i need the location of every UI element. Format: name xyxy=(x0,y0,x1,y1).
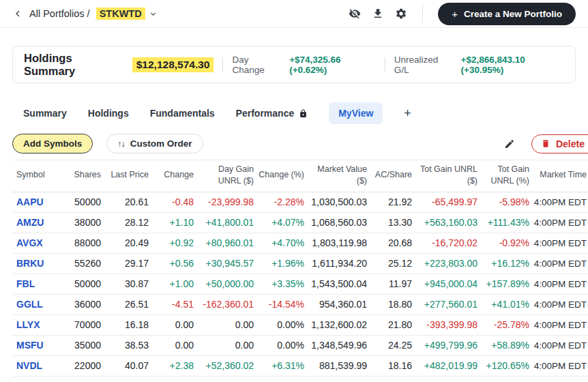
chevron-left-icon xyxy=(12,8,23,19)
cell: 24.25 xyxy=(368,335,413,355)
cell: -0.92% xyxy=(479,233,531,253)
download-icon xyxy=(372,8,384,20)
chevron-down-icon xyxy=(149,10,158,18)
cell: +482,019.99 xyxy=(413,355,479,376)
symbol-link[interactable]: AAPU xyxy=(12,192,60,212)
cell: 4:00PM EDT xyxy=(531,274,588,294)
create-portfolio-label: Create a New Portfolio xyxy=(464,9,562,19)
cell: 0.00% xyxy=(255,314,306,335)
table-row: GGLL3600026.51-4.51-162,360.01-14.54%954… xyxy=(12,294,588,314)
cell: +945,000.04 xyxy=(413,274,479,294)
cell: +87.52% xyxy=(479,376,531,382)
cell: 0.00 xyxy=(195,335,255,355)
cell: +6.31% xyxy=(255,355,306,376)
cell: 11.97 xyxy=(368,274,413,294)
table-row: NVDL2200040.07+2.38+52,360.02+6.31%881,5… xyxy=(12,355,588,376)
holdings-table-body: AAPU5000020.61-0.48-23,999.98-2.28%1,030… xyxy=(12,192,588,382)
symbol-link[interactable]: TSLL xyxy=(12,376,60,382)
symbol-link[interactable]: BRKU xyxy=(12,253,60,274)
tab-myview[interactable]: MyView xyxy=(329,102,383,124)
symbol-link[interactable]: AVGX xyxy=(12,233,60,253)
symbol-link[interactable]: NVDL xyxy=(12,355,60,376)
cell: 25.12 xyxy=(368,253,413,274)
cell: +0.56 xyxy=(150,253,195,274)
symbol-link[interactable]: AMZU xyxy=(12,212,60,233)
column-header-change[interactable]: Change (%) xyxy=(255,160,306,192)
cell: -2.28% xyxy=(255,192,306,212)
trash-icon xyxy=(541,138,550,149)
pencil-icon xyxy=(504,138,515,149)
cell: -5.98% xyxy=(479,192,531,212)
cell: 5.21 xyxy=(368,376,413,382)
add-tab-button[interactable]: + xyxy=(404,106,411,121)
cell: 1,030,500.03 xyxy=(306,192,368,212)
tab-summary[interactable]: Summary xyxy=(23,108,67,119)
cell: 35000 xyxy=(60,335,102,355)
cell: +2.38 xyxy=(150,355,195,376)
cell: +41,800.01 xyxy=(195,212,255,233)
download-button[interactable] xyxy=(372,8,384,20)
tab-performance[interactable]: Performance xyxy=(236,108,308,119)
table-toolbar: Add Symbols ↑↓ Custom Order Delete xyxy=(12,134,588,153)
symbol-link[interactable]: FBL xyxy=(12,274,60,294)
column-header-ac-share[interactable]: AC/Share xyxy=(368,160,413,192)
cell: 36000 xyxy=(60,294,102,314)
create-portfolio-button[interactable]: + Create a New Portfolio xyxy=(438,3,576,25)
hide-values-button[interactable] xyxy=(349,8,361,20)
column-header-shares[interactable]: Shares xyxy=(60,160,102,192)
edit-button[interactable] xyxy=(504,138,515,149)
delete-button[interactable]: Delete xyxy=(531,134,588,153)
column-header-market-time[interactable]: Market Time xyxy=(531,160,588,192)
portfolio-selector[interactable]: STKWTD xyxy=(96,8,158,20)
column-header-market-value[interactable]: Market Value ($) xyxy=(306,160,368,192)
symbol-link[interactable]: GGLL xyxy=(12,294,60,314)
toolbar-right: Delete xyxy=(504,134,588,153)
cell: 4:00PM EDT xyxy=(531,212,588,233)
cell: 4:00PM EDT xyxy=(531,233,588,253)
cell: -393,399.98 xyxy=(413,314,479,335)
cell: 0.00 xyxy=(195,314,255,335)
tab-label: Summary xyxy=(23,108,67,119)
column-header-day-gain-unrl[interactable]: Day Gain UNRL ($) xyxy=(195,160,255,192)
cell: 20.68 xyxy=(368,233,413,253)
column-header-tot-gain-unrl[interactable]: Tot Gain UNRL (%) xyxy=(479,160,531,192)
cell: +111.43% xyxy=(479,212,531,233)
cell: 1,132,600.02 xyxy=(306,314,368,335)
eye-off-icon xyxy=(349,8,361,20)
cell: 1,348,549.96 xyxy=(306,335,368,355)
cell: 88000 xyxy=(60,233,102,253)
topbar-actions: + Create a New Portfolio xyxy=(349,3,576,25)
top-bar: All Portfolios / STKWTD + Create a New P… xyxy=(0,0,588,28)
table-row: AMZU3800028.12+1.10+41,800.01+4.07%1,068… xyxy=(12,212,588,233)
column-header-tot-gain-unrl[interactable]: Tot Gain UNRL ($) xyxy=(413,160,479,192)
cell: +563,160.03 xyxy=(413,212,479,233)
back-button[interactable] xyxy=(12,8,23,19)
cell: 38000 xyxy=(60,212,102,233)
cell: 752,290.04 xyxy=(306,376,368,382)
cell: 40.07 xyxy=(102,355,150,376)
tab-holdings[interactable]: Holdings xyxy=(88,108,129,119)
cell: 1,068,560.03 xyxy=(306,212,368,233)
cell: +1.10 xyxy=(150,212,195,233)
cell: +80,960.01 xyxy=(195,233,255,253)
cell: 0.00% xyxy=(255,335,306,355)
tab-fundamentals[interactable]: Fundamentals xyxy=(150,108,215,119)
breadcrumb-all-portfolios[interactable]: All Portfolios / xyxy=(29,8,90,19)
column-header-symbol[interactable]: Symbol xyxy=(12,160,60,192)
column-header-last-price[interactable]: Last Price xyxy=(102,160,150,192)
cell: 1,611,934.20 xyxy=(306,253,368,274)
cell: 18.16 xyxy=(368,355,413,376)
column-header-change[interactable]: Change xyxy=(150,160,195,192)
cell: 954,360.01 xyxy=(306,294,368,314)
symbol-link[interactable]: MSFU xyxy=(12,335,60,355)
add-symbols-button[interactable]: Add Symbols xyxy=(12,134,93,153)
custom-order-button[interactable]: ↑↓ Custom Order xyxy=(106,134,203,153)
cell: +0.06 xyxy=(150,376,195,382)
symbol-link[interactable]: LLYX xyxy=(12,314,60,335)
tab-label: Fundamentals xyxy=(150,108,215,119)
cell: 4:00PM EDT xyxy=(531,314,588,335)
tab-label: Holdings xyxy=(88,108,129,119)
cell: 0.00 xyxy=(150,314,195,335)
view-tabs: Summary Holdings Fundamentals Performanc… xyxy=(23,102,576,125)
settings-button[interactable] xyxy=(395,8,407,20)
